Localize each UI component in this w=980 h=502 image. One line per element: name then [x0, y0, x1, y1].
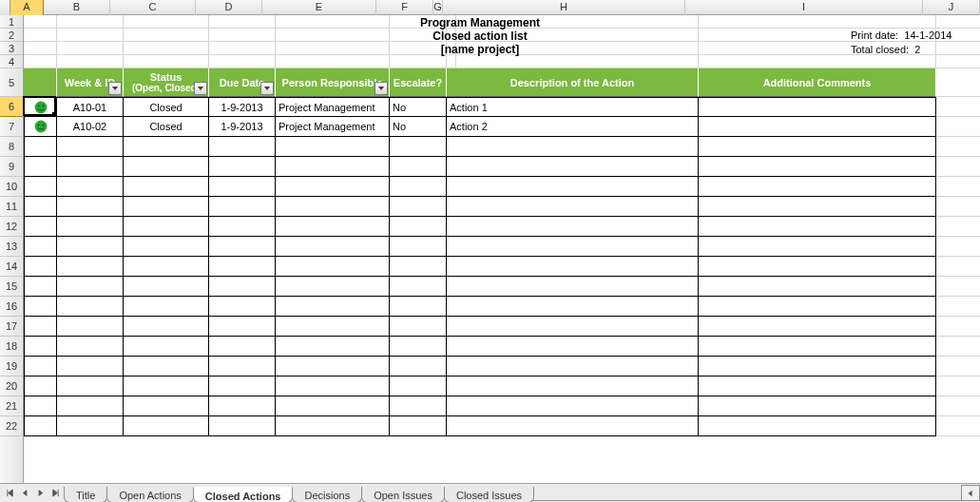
header-week-id-filter[interactable] — [108, 82, 122, 95]
week-cell[interactable] — [57, 337, 124, 357]
desc-cell[interactable] — [447, 297, 699, 317]
sheet-tab-decisions[interactable]: Decisions — [292, 487, 362, 503]
comments-cell[interactable] — [699, 237, 936, 257]
desc-cell[interactable] — [447, 137, 699, 157]
comments-cell[interactable] — [699, 396, 936, 416]
row-header-2[interactable]: 2 — [0, 29, 23, 42]
desc-cell[interactable] — [447, 396, 699, 416]
week-cell[interactable] — [57, 197, 124, 217]
escalate-cell[interactable] — [390, 217, 447, 237]
desc-cell[interactable] — [447, 277, 699, 297]
icon-cell[interactable] — [24, 297, 57, 317]
due-cell[interactable] — [209, 396, 276, 416]
due-cell[interactable] — [209, 197, 276, 217]
icon-cell[interactable] — [24, 317, 57, 337]
sheet-tab-closed-issues[interactable]: Closed Issues — [444, 487, 534, 503]
desc-cell[interactable] — [447, 217, 699, 237]
person-cell[interactable] — [276, 237, 390, 257]
col-header-A[interactable]: A — [10, 0, 44, 15]
comments-cell[interactable] — [699, 357, 936, 376]
due-cell[interactable] — [209, 277, 276, 297]
status-cell[interactable] — [124, 357, 209, 376]
row-header-18[interactable]: 18 — [0, 337, 23, 357]
escalate-cell[interactable]: No — [390, 117, 447, 137]
desc-cell[interactable] — [447, 357, 699, 376]
status-cell[interactable] — [124, 376, 209, 396]
week-cell[interactable]: A10-02 — [57, 117, 124, 137]
week-cell[interactable] — [57, 317, 124, 337]
tab-nav-first[interactable] — [2, 486, 17, 501]
escalate-cell[interactable] — [390, 357, 447, 376]
person-cell[interactable] — [276, 376, 390, 396]
comments-cell[interactable] — [699, 217, 936, 237]
icon-cell[interactable] — [24, 376, 57, 396]
escalate-cell[interactable] — [390, 376, 447, 396]
status-cell[interactable] — [124, 396, 209, 416]
status-cell[interactable] — [124, 416, 209, 436]
escalate-cell[interactable]: No — [390, 97, 447, 117]
status-cell[interactable] — [124, 197, 209, 217]
desc-cell[interactable] — [447, 157, 699, 177]
person-cell[interactable] — [276, 157, 390, 177]
row-header-22[interactable]: 22 — [0, 416, 23, 436]
row-header-20[interactable]: 20 — [0, 376, 23, 396]
week-cell[interactable] — [57, 257, 124, 277]
status-cell[interactable] — [124, 237, 209, 257]
comments-cell[interactable] — [699, 376, 936, 396]
escalate-cell[interactable] — [390, 197, 447, 217]
due-cell[interactable]: 1-9-2013 — [209, 97, 276, 117]
desc-cell[interactable]: Action 1 — [447, 97, 699, 117]
escalate-cell[interactable] — [390, 416, 447, 436]
comments-cell[interactable] — [699, 416, 936, 436]
tab-nav-next[interactable] — [32, 486, 48, 501]
row-header-7[interactable]: 7 — [0, 117, 23, 137]
escalate-cell[interactable] — [390, 277, 447, 297]
header-due[interactable]: Due Date — [209, 68, 276, 97]
person-cell[interactable] — [276, 177, 390, 197]
escalate-cell[interactable] — [390, 157, 447, 177]
desc-cell[interactable] — [447, 376, 699, 396]
escalate-cell[interactable] — [390, 317, 447, 337]
person-cell[interactable] — [276, 297, 390, 317]
due-cell[interactable] — [209, 257, 276, 277]
icon-cell[interactable] — [24, 177, 57, 197]
row-header-19[interactable]: 19 — [0, 357, 23, 376]
comments-cell[interactable] — [699, 137, 936, 157]
person-cell[interactable]: Project Management — [276, 97, 390, 117]
escalate-cell[interactable] — [390, 237, 447, 257]
smiley-icon[interactable] — [24, 117, 57, 137]
due-cell[interactable] — [209, 237, 276, 257]
icon-cell[interactable] — [24, 396, 57, 416]
row-header-6[interactable]: 6 — [0, 97, 23, 117]
week-cell[interactable] — [57, 396, 124, 416]
col-header-C[interactable]: C — [110, 0, 196, 15]
status-cell[interactable]: Closed — [124, 97, 209, 117]
comments-cell[interactable] — [699, 97, 936, 117]
escalate-cell[interactable] — [390, 137, 447, 157]
row-header-21[interactable]: 21 — [0, 396, 23, 416]
person-cell[interactable] — [276, 217, 390, 237]
status-cell[interactable] — [124, 257, 209, 277]
icon-cell[interactable] — [24, 337, 57, 357]
icon-cell[interactable] — [24, 157, 57, 177]
due-cell[interactable] — [209, 357, 276, 376]
desc-cell[interactable] — [447, 337, 699, 357]
status-cell[interactable] — [124, 217, 209, 237]
week-cell[interactable] — [57, 177, 124, 197]
due-cell[interactable] — [209, 137, 276, 157]
col-header-H[interactable]: H — [443, 0, 685, 15]
sheet-tab-open-issues[interactable]: Open Issues — [361, 487, 445, 503]
week-cell[interactable] — [57, 237, 124, 257]
icon-cell[interactable] — [24, 277, 57, 297]
row-header-15[interactable]: 15 — [0, 277, 23, 297]
escalate-cell[interactable] — [390, 396, 447, 416]
person-cell[interactable] — [276, 396, 390, 416]
row-header-12[interactable]: 12 — [0, 217, 23, 237]
desc-cell[interactable] — [447, 257, 699, 277]
comments-cell[interactable] — [699, 257, 936, 277]
week-cell[interactable] — [57, 277, 124, 297]
row-header-9[interactable]: 9 — [0, 157, 23, 177]
row-header-10[interactable]: 10 — [0, 177, 23, 197]
escalate-cell[interactable] — [390, 337, 447, 357]
status-cell[interactable] — [124, 157, 209, 177]
